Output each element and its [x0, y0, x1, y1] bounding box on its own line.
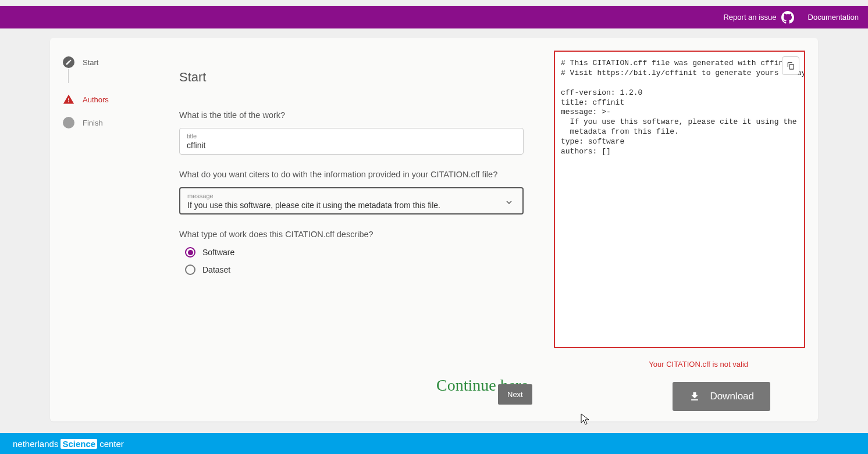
footer-text-b: Science [61, 439, 97, 449]
cursor-icon [581, 413, 590, 426]
field-label: message [187, 192, 515, 199]
question-type: What type of work does this CITATION.cff… [179, 230, 575, 239]
edit-icon [63, 56, 74, 68]
footer-logo: netherlands Science center [13, 439, 124, 449]
radio-label: Dataset [202, 265, 230, 274]
step-start[interactable]: Start [63, 51, 150, 74]
step-label: Start [83, 58, 98, 67]
main-card: Start Authors Finish Start What is the t… [50, 38, 818, 421]
report-issue-link[interactable]: Report an issue [723, 11, 794, 24]
dot-icon [63, 117, 74, 128]
footer-text-c: center [99, 439, 124, 449]
radio-unselected-icon [185, 264, 195, 275]
chevron-down-icon [506, 196, 512, 206]
next-button[interactable]: Next [498, 384, 532, 405]
invalid-message: Your CITATION.cff is not valid [649, 360, 748, 369]
github-icon [781, 11, 794, 24]
radio-label: Software [202, 248, 234, 257]
footer: netherlands Science center [0, 433, 868, 454]
title-input[interactable] [187, 141, 516, 150]
question-message: What do you want citers to do with the i… [179, 170, 575, 179]
warning-icon [63, 94, 74, 105]
download-button[interactable]: Download [673, 382, 770, 411]
copy-button[interactable] [782, 56, 799, 75]
svg-rect-0 [789, 65, 794, 69]
copy-icon [786, 60, 795, 71]
radio-software[interactable]: Software [185, 247, 575, 258]
documentation-label: Documentation [808, 13, 859, 22]
footer-text-a: netherlands [13, 439, 58, 449]
title-field[interactable]: title [179, 128, 524, 155]
documentation-link[interactable]: Documentation [808, 13, 859, 22]
radio-selected-icon [185, 247, 195, 258]
preview-text: # This CITATION.cff file was generated w… [561, 59, 805, 156]
message-value: If you use this software, please cite it… [187, 201, 515, 210]
download-icon [689, 391, 700, 402]
question-title: What is the title of the work? [179, 110, 575, 120]
download-label: Download [710, 391, 754, 402]
step-authors[interactable]: Authors [63, 88, 150, 111]
report-issue-label: Report an issue [723, 13, 776, 22]
step-finish[interactable]: Finish [63, 111, 150, 134]
field-label: title [187, 133, 516, 140]
cff-preview: # This CITATION.cff file was generated w… [554, 51, 805, 348]
top-bar: Report an issue Documentation [0, 6, 868, 28]
message-field[interactable]: message If you use this software, please… [179, 187, 524, 215]
stepper-sidebar: Start Authors Finish [63, 51, 150, 134]
form-area: Start What is the title of the work? tit… [179, 70, 575, 282]
step-label: Authors [83, 95, 109, 104]
page-title: Start [179, 70, 575, 85]
step-label: Finish [83, 119, 103, 127]
radio-dataset[interactable]: Dataset [185, 264, 575, 275]
